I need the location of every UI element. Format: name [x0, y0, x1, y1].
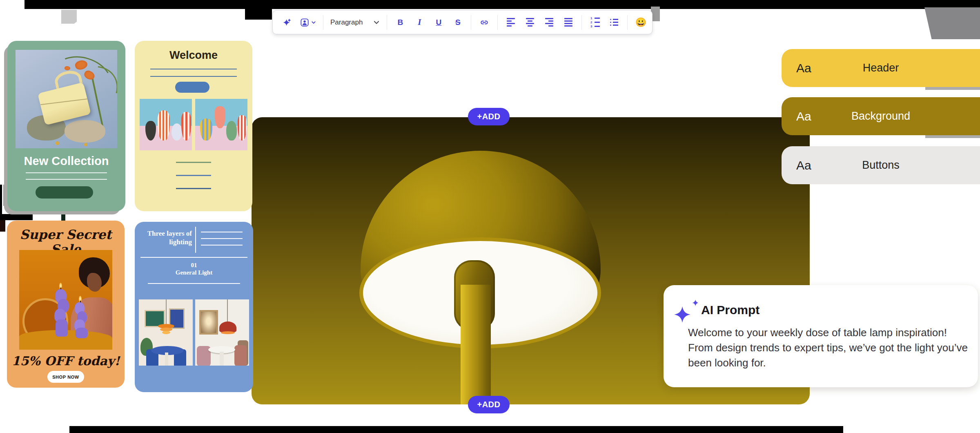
shop-now-button[interactable]: SHOP NOW: [47, 371, 84, 383]
backdrop-left-bit-3: [0, 220, 5, 232]
ai-sparkle-icon: [674, 299, 698, 323]
pendant-cord: [166, 299, 167, 325]
swatch-label: Header: [782, 62, 980, 74]
emoji-glyph: 😀: [635, 18, 646, 27]
align-justify-icon[interactable]: [562, 15, 575, 30]
sale-offer: 15% OFF today!: [7, 354, 125, 368]
flower-bud: [65, 66, 70, 70]
toolbar-divider: [497, 15, 498, 30]
card-title: Three layers of lighting: [140, 229, 192, 247]
toolbar-divider: [387, 15, 387, 30]
pendant-rim: [221, 331, 235, 334]
style-swatch-background[interactable]: Aa Background: [782, 97, 980, 135]
new-collection-card[interactable]: New Collection: [7, 41, 125, 211]
handbag-photo: [16, 50, 117, 148]
add-block-above-button[interactable]: +ADD: [468, 108, 510, 125]
step-number: 01: [135, 262, 253, 269]
paragraph-style-value: Paragraph: [330, 18, 363, 27]
toolbar-divider: [581, 15, 582, 30]
sale-card[interactable]: Super Secret Sale: [7, 221, 125, 388]
backdrop-bottom-strip: [69, 426, 843, 433]
divider-line: [150, 76, 237, 77]
toolbar-divider: [323, 15, 323, 30]
add-label: +ADD: [477, 400, 500, 409]
text-placeholder-line: [201, 245, 243, 246]
divider-line: [140, 257, 247, 258]
divider-line: [26, 172, 107, 173]
table-pedestal: [165, 353, 168, 366]
bold-glyph: B: [398, 18, 403, 27]
backdrop-top-chunk: [245, 0, 272, 20]
step-label: General Light: [135, 269, 253, 276]
chair: [234, 345, 247, 366]
ai-sparkle-icon[interactable]: [281, 15, 293, 30]
lamp-stem: [461, 285, 491, 404]
text-placeholder-line: [176, 162, 211, 163]
underline-glyph: U: [436, 18, 442, 27]
table-pedestal: [220, 352, 224, 366]
italic-button[interactable]: I: [413, 15, 425, 30]
align-center-icon[interactable]: [524, 15, 536, 30]
backdrop-gray-blob: [61, 10, 77, 24]
vases-photo: [195, 99, 247, 150]
underline-button[interactable]: U: [432, 15, 445, 30]
text-placeholder-line: [176, 188, 211, 189]
pendant-lamp: [219, 321, 236, 332]
text-placeholder-line: [176, 175, 211, 176]
persona-icon[interactable]: [300, 15, 316, 30]
swatch-shadow: [925, 87, 980, 90]
chevron-down-icon: [373, 19, 380, 26]
card-title: New Collection: [7, 154, 125, 168]
swatch-label: Buttons: [782, 159, 980, 172]
card-button-placeholder[interactable]: [36, 186, 93, 199]
bold-button[interactable]: B: [394, 15, 406, 30]
paragraph-style-dropdown[interactable]: Paragraph: [330, 18, 380, 27]
pendant-cord: [227, 299, 228, 323]
bullet-list-icon[interactable]: [608, 15, 620, 30]
strikethrough-glyph: S: [455, 18, 461, 27]
text-format-toolbar: Paragraph B I U S 1 2 3: [272, 10, 653, 34]
add-block-below-button[interactable]: +ADD: [468, 396, 510, 413]
chevron-down-icon: [311, 20, 316, 25]
pendant-lamp: [162, 331, 170, 334]
shop-now-label: SHOP NOW: [52, 375, 79, 379]
pebble: [56, 141, 59, 145]
card-button-placeholder[interactable]: [175, 82, 209, 93]
ai-prompt-title: AI Prompt: [701, 303, 760, 317]
vases-photo: [140, 99, 192, 150]
vertical-divider: [195, 227, 196, 253]
align-right-icon[interactable]: [543, 15, 555, 30]
align-left-icon[interactable]: [505, 15, 517, 30]
swatch-shadow: [925, 135, 980, 138]
strikethrough-button[interactable]: S: [452, 15, 464, 30]
card-title: Welcome: [135, 49, 252, 62]
interior-photo: [195, 299, 249, 366]
ordered-list-icon[interactable]: 1 2 3: [589, 15, 601, 30]
link-icon[interactable]: [478, 15, 490, 30]
backdrop-left-gray-strip: [3, 185, 6, 206]
text-placeholder-line: [201, 238, 243, 239]
interior-photo: [139, 299, 193, 366]
design-editor-stage: Paragraph B I U S 1 2 3: [0, 0, 980, 433]
toolbar-divider: [627, 15, 628, 30]
welcome-card[interactable]: Welcome: [135, 41, 252, 211]
add-label: +ADD: [477, 112, 500, 121]
person-silhouette-face: [87, 273, 102, 292]
emoji-icon[interactable]: 😀: [635, 15, 647, 30]
backdrop-top-strip: [24, 0, 980, 9]
lighting-card[interactable]: Three layers of lighting 01 General Ligh…: [135, 222, 253, 392]
text-placeholder-line: [201, 232, 243, 232]
ai-prompt-card[interactable]: AI Prompt Welcome to your weekly dose of…: [664, 285, 978, 387]
divider-line: [26, 179, 107, 180]
style-swatch-header[interactable]: Aa Header: [782, 49, 980, 87]
divider-line: [148, 283, 240, 284]
backdrop-teal-square: [61, 213, 65, 221]
ai-prompt-body: Welcome to your weekly dose of table lam…: [688, 325, 968, 371]
framed-photo: [199, 310, 218, 335]
divider-line: [150, 69, 237, 69]
backdrop-left-bit-2: [0, 214, 33, 220]
italic-glyph: I: [418, 17, 421, 27]
toolbar-divider: [471, 15, 471, 30]
pebble: [84, 143, 87, 146]
style-swatch-buttons[interactable]: Aa Buttons: [782, 146, 980, 184]
